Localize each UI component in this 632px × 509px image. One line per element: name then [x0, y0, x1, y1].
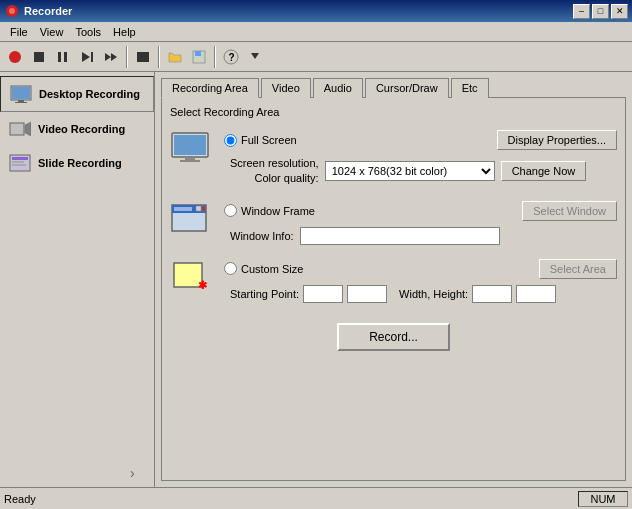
width-input[interactable]	[472, 285, 512, 303]
window-frame-label: Window Frame	[241, 205, 315, 217]
window-frame-option: Window Frame Select Window Window Info:	[170, 201, 617, 245]
toolbar-stop-btn[interactable]	[28, 46, 50, 68]
tab-bar: Recording Area Video Audio Cursor/Draw E…	[161, 78, 626, 98]
minimize-button[interactable]: –	[573, 4, 590, 19]
svg-rect-29	[185, 157, 195, 160]
toolbar-save-btn[interactable]	[188, 46, 210, 68]
main-layout: Desktop Recording Video Recording Slide …	[0, 72, 632, 487]
svg-marker-16	[251, 53, 259, 59]
custom-size-icon: ✱	[170, 261, 214, 295]
svg-rect-13	[195, 58, 203, 62]
maximize-button[interactable]: □	[592, 4, 609, 19]
svg-rect-4	[58, 52, 61, 62]
toolbar: ?	[0, 42, 632, 72]
svg-rect-24	[12, 157, 28, 160]
title-bar-buttons: – □ ✕	[573, 4, 628, 19]
resolution-select[interactable]: 1024 x 768(32 bit color)	[325, 161, 495, 181]
start-x-input[interactable]	[303, 285, 343, 303]
record-section: Record...	[170, 313, 617, 361]
tab-etc[interactable]: Etc	[451, 78, 489, 98]
custom-size-content: Custom Size Select Area Starting Point: …	[224, 259, 617, 303]
svg-rect-5	[64, 52, 67, 62]
sidebar-item-label-slide: Slide Recording	[38, 157, 122, 169]
width-height-label: Width, Height:	[399, 288, 468, 300]
select-area-button[interactable]: Select Area	[539, 259, 617, 279]
record-button[interactable]: Record...	[337, 323, 450, 351]
svg-point-2	[9, 51, 21, 63]
window-frame-content: Window Frame Select Window Window Info:	[224, 201, 617, 245]
menu-help[interactable]: Help	[107, 24, 142, 40]
custom-size-option: ✱ Custom Size Select Area	[170, 259, 617, 303]
slide-recording-icon	[8, 152, 32, 174]
display-properties-button[interactable]: Display Properties...	[497, 130, 617, 150]
app-icon	[4, 3, 20, 19]
menu-tools[interactable]: Tools	[69, 24, 107, 40]
svg-rect-21	[10, 123, 24, 135]
toolbar-open-btn[interactable]	[164, 46, 186, 68]
panel-title: Select Recording Area	[170, 106, 617, 118]
svg-text:✱: ✱	[198, 279, 208, 291]
title-bar: Recorder – □ ✕	[0, 0, 632, 22]
svg-marker-22	[25, 122, 31, 136]
svg-marker-8	[105, 53, 111, 61]
toolbar-next-btn[interactable]	[76, 46, 98, 68]
toolbar-black-btn[interactable]	[132, 46, 154, 68]
menu-file[interactable]: File	[4, 24, 34, 40]
svg-point-1	[9, 8, 15, 14]
change-now-button[interactable]: Change Now	[501, 161, 587, 181]
toolbar-separator-1	[126, 46, 128, 68]
svg-rect-19	[18, 100, 24, 102]
window-info-input[interactable]	[300, 227, 500, 245]
sidebar-expand-arrow[interactable]: ›	[130, 465, 135, 481]
svg-text:?: ?	[229, 52, 235, 63]
height-input[interactable]	[516, 285, 556, 303]
start-y-input[interactable]	[347, 285, 387, 303]
svg-rect-34	[196, 206, 201, 211]
sidebar-item-label-desktop: Desktop Recording	[39, 88, 140, 100]
toolbar-pause-btn[interactable]	[52, 46, 74, 68]
sidebar-item-label-video: Video Recording	[38, 123, 125, 135]
svg-rect-18	[12, 87, 30, 99]
sidebar: Desktop Recording Video Recording Slide …	[0, 72, 155, 487]
window-frame-radio[interactable]	[224, 204, 237, 217]
tab-cursor-draw[interactable]: Cursor/Draw	[365, 78, 449, 98]
video-recording-icon	[8, 118, 32, 140]
svg-rect-7	[91, 52, 93, 62]
svg-rect-10	[137, 52, 149, 62]
tab-audio[interactable]: Audio	[313, 78, 363, 98]
select-window-button[interactable]: Select Window	[522, 201, 617, 221]
toolbar-forward-btn[interactable]	[100, 46, 122, 68]
full-screen-radio[interactable]	[224, 134, 237, 147]
content-area: Recording Area Video Audio Cursor/Draw E…	[155, 72, 632, 487]
svg-rect-25	[12, 161, 24, 163]
svg-rect-26	[12, 164, 26, 166]
sidebar-item-slide-recording[interactable]: Slide Recording	[0, 146, 154, 180]
custom-size-radio[interactable]	[224, 262, 237, 275]
full-screen-label: Full Screen	[241, 134, 297, 146]
svg-rect-35	[202, 206, 205, 211]
toolbar-separator-2	[158, 46, 160, 68]
sidebar-item-desktop-recording[interactable]: Desktop Recording	[0, 76, 154, 112]
menu-bar: File View Tools Help	[0, 22, 632, 42]
svg-rect-28	[174, 135, 206, 155]
full-screen-icon	[170, 132, 214, 166]
status-bar: Ready NUM	[0, 487, 632, 509]
svg-rect-20	[15, 102, 27, 103]
close-button[interactable]: ✕	[611, 4, 628, 19]
num-indicator: NUM	[578, 491, 628, 507]
svg-rect-33	[174, 207, 192, 211]
svg-marker-6	[82, 52, 90, 62]
menu-view[interactable]: View	[34, 24, 70, 40]
window-frame-icon	[170, 203, 214, 237]
sidebar-item-video-recording[interactable]: Video Recording	[0, 112, 154, 146]
toolbar-record-btn[interactable]	[4, 46, 26, 68]
svg-rect-30	[180, 160, 200, 162]
tab-recording-area[interactable]: Recording Area	[161, 78, 259, 98]
svg-marker-9	[111, 53, 117, 61]
custom-size-label: Custom Size	[241, 263, 303, 275]
toolbar-help-btn[interactable]: ?	[220, 46, 242, 68]
full-screen-content: Full Screen Display Properties... Screen…	[224, 130, 617, 187]
recording-area-panel: Select Recording Area	[161, 97, 626, 481]
tab-video[interactable]: Video	[261, 78, 311, 98]
toolbar-dropdown-btn[interactable]	[244, 46, 266, 68]
